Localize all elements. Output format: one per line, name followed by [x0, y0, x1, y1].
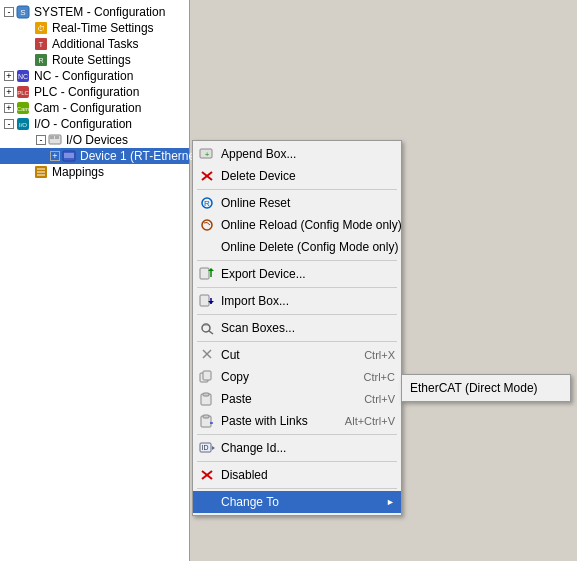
menu-item-import-box[interactable]: Import Box... [193, 290, 401, 312]
svg-line-39 [209, 331, 213, 334]
delete-device-icon [197, 168, 217, 184]
svg-text:Cam: Cam [17, 106, 30, 112]
menu-label-cut: Cut [221, 348, 356, 362]
svg-text:+: + [205, 150, 210, 159]
tree-item-nc[interactable]: + NC NC - Configuration [0, 68, 189, 84]
export-device-icon [197, 266, 217, 282]
tree-item-system[interactable]: - S SYSTEM - Configuration [0, 4, 189, 20]
tree-label-plc: PLC - Configuration [32, 85, 139, 99]
expander-device1[interactable]: + [50, 151, 60, 161]
expander-io[interactable]: - [4, 119, 14, 129]
import-box-icon [197, 293, 217, 309]
expander-system[interactable]: - [4, 7, 14, 17]
tree-label-route: Route Settings [50, 53, 131, 67]
svg-text:S: S [20, 8, 25, 17]
shortcut-paste-links: Alt+Ctrl+V [345, 415, 395, 427]
menu-label-import-box: Import Box... [221, 294, 395, 308]
svg-text:ID: ID [202, 444, 209, 451]
tree-label-nc: NC - Configuration [32, 69, 133, 83]
expander-cam[interactable]: + [4, 103, 14, 113]
separator-6 [197, 434, 397, 435]
separator-1 [197, 189, 397, 190]
menu-item-append-box[interactable]: + Append Box... [193, 143, 401, 165]
tree-item-device1[interactable]: + Device 1 (RT-Ethernet) [0, 148, 189, 164]
shortcut-paste: Ctrl+V [364, 393, 395, 405]
expander-plc[interactable]: + [4, 87, 14, 97]
svg-text:T: T [39, 41, 44, 48]
online-reload-icon [197, 217, 217, 233]
change-to-icon [197, 494, 217, 510]
tree-item-iodevices[interactable]: - I/O Devices [0, 132, 189, 148]
menu-item-change-to[interactable]: Change To ► [193, 491, 401, 513]
change-to-submenu-arrow: ► [386, 497, 395, 507]
menu-label-change-to: Change To [221, 495, 382, 509]
separator-8 [197, 488, 397, 489]
shortcut-copy: Ctrl+C [364, 371, 395, 383]
expander-nc[interactable]: + [4, 71, 14, 81]
menu-label-change-id: Change Id... [221, 441, 395, 455]
submenu-label-ethercat: EtherCAT (Direct Mode) [410, 381, 562, 395]
tree-label-iodevices: I/O Devices [64, 133, 128, 147]
separator-2 [197, 260, 397, 261]
svg-rect-44 [203, 371, 211, 380]
submenu-item-ethercat[interactable]: EtherCAT (Direct Mode) [402, 377, 570, 399]
icon-tasks: T [34, 37, 50, 51]
menu-item-paste-links[interactable]: Paste with Links Alt+Ctrl+V [193, 410, 401, 432]
menu-item-online-reload[interactable]: Online Reload (Config Mode only) [193, 214, 401, 236]
tree-label-mappings: Mappings [50, 165, 104, 179]
submenu: EtherCAT (Direct Mode) [401, 374, 571, 402]
icon-route: R [34, 53, 50, 67]
disabled-icon [197, 467, 217, 483]
tree-item-realtime[interactable]: ⏱ Real-Time Settings [0, 20, 189, 36]
scan-boxes-icon [197, 320, 217, 336]
menu-item-change-id[interactable]: ID Change Id... [193, 437, 401, 459]
tree-item-tasks[interactable]: T Additional Tasks [0, 36, 189, 52]
menu-item-online-reset[interactable]: R Online Reset [193, 192, 401, 214]
menu-item-cut[interactable]: Cut Ctrl+X [193, 344, 401, 366]
menu-label-copy: Copy [221, 370, 356, 384]
separator-4 [197, 314, 397, 315]
paste-icon [197, 391, 217, 407]
menu-label-delete-device: Delete Device [221, 169, 395, 183]
menu-item-delete-device[interactable]: Delete Device [193, 165, 401, 187]
menu-item-export-device[interactable]: Export Device... [193, 263, 401, 285]
expander-iodevices[interactable]: - [36, 135, 46, 145]
separator-3 [197, 287, 397, 288]
menu-item-paste[interactable]: Paste Ctrl+V [193, 388, 401, 410]
svg-text:⏱: ⏱ [37, 24, 45, 33]
menu-label-paste-links: Paste with Links [221, 414, 337, 428]
tree-item-mappings[interactable]: Mappings [0, 164, 189, 180]
icon-realtime: ⏱ [34, 21, 50, 35]
icon-system: S [16, 5, 32, 19]
tree-label-tasks: Additional Tasks [50, 37, 139, 51]
tree-label-realtime: Real-Time Settings [50, 21, 154, 35]
tree-panel: - S SYSTEM - Configuration ⏱ Real-Time S… [0, 0, 190, 561]
tree-item-plc[interactable]: + PLC PLC - Configuration [0, 84, 189, 100]
separator-7 [197, 461, 397, 462]
menu-label-paste: Paste [221, 392, 356, 406]
menu-item-scan-boxes[interactable]: Scan Boxes... [193, 317, 401, 339]
tree-item-route[interactable]: R Route Settings [0, 52, 189, 68]
svg-rect-48 [203, 415, 209, 418]
tree-item-cam[interactable]: + Cam Cam - Configuration [0, 100, 189, 116]
tree-item-io[interactable]: - I/O I/O - Configuration [0, 116, 189, 132]
append-box-icon: + [197, 146, 217, 162]
svg-text:PLC: PLC [17, 90, 29, 96]
cut-icon [197, 347, 217, 363]
svg-rect-18 [55, 136, 59, 139]
separator-5 [197, 341, 397, 342]
menu-label-online-delete: Online Delete (Config Mode only) [221, 240, 398, 254]
shortcut-cut: Ctrl+X [364, 349, 395, 361]
menu-label-export-device: Export Device... [221, 267, 395, 281]
icon-iodevices [48, 133, 64, 147]
context-menu: + Append Box... Delete Device R Online R… [192, 140, 402, 516]
menu-item-copy[interactable]: Copy Ctrl+C [193, 366, 401, 388]
tree-label-system: SYSTEM - Configuration [32, 5, 165, 19]
menu-item-disabled[interactable]: Disabled [193, 464, 401, 486]
icon-device1 [62, 149, 78, 163]
icon-plc: PLC [16, 85, 32, 99]
icon-io: I/O [16, 117, 32, 131]
tree-label-cam: Cam - Configuration [32, 101, 141, 115]
menu-item-online-delete[interactable]: Online Delete (Config Mode only) [193, 236, 401, 258]
svg-text:NC: NC [18, 73, 28, 80]
